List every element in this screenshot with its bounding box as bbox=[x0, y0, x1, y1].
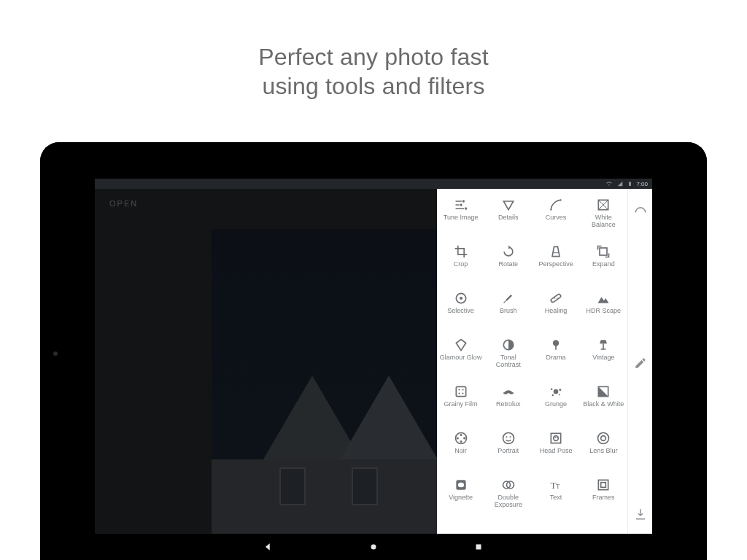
tool-drama[interactable]: Drama bbox=[533, 333, 580, 380]
tool-double-exposure[interactable]: Double Exposure bbox=[484, 473, 532, 520]
reel-icon bbox=[454, 431, 468, 446]
tool-healing[interactable]: Healing bbox=[533, 287, 580, 333]
svg-rect-1 bbox=[476, 545, 481, 550]
promo-headline: Perfect any photo fast using tools and f… bbox=[0, 42, 747, 101]
svg-point-0 bbox=[371, 545, 376, 550]
tool-glamour-glow[interactable]: Glamour Glow bbox=[437, 333, 484, 380]
tool-hdr-scape[interactable]: HDR Scape bbox=[580, 287, 627, 333]
moustache-icon bbox=[501, 384, 516, 399]
tool-retrolux[interactable]: Retrolux bbox=[484, 380, 532, 427]
sliders-icon bbox=[454, 198, 468, 212]
tool-crop[interactable]: Crop bbox=[437, 240, 484, 287]
blur-icon bbox=[596, 431, 611, 446]
splatter-icon bbox=[549, 384, 563, 399]
tree-icon bbox=[549, 338, 563, 352]
tool-label: Details bbox=[498, 214, 519, 222]
tools-panel: Tune ImageDetailsCurvesWhite BalanceCrop… bbox=[437, 189, 652, 534]
export-icon[interactable] bbox=[634, 508, 647, 521]
tool-label: Perspective bbox=[539, 261, 573, 268]
tool-vintage[interactable]: Vintage bbox=[580, 333, 627, 380]
tool-grainy-film[interactable]: Grainy Film bbox=[437, 380, 484, 427]
tool-label: Rotate bbox=[499, 261, 519, 268]
tool-label: Healing bbox=[545, 308, 568, 315]
tool-label: Text bbox=[550, 494, 562, 502]
tool-label: Tune Image bbox=[444, 214, 479, 222]
tablet-screen: 7:00 OPEN Tune ImageDetailsCurvesWhi bbox=[95, 179, 652, 560]
status-time: 7:00 bbox=[636, 181, 648, 187]
headline-line2: using tools and filters bbox=[0, 71, 747, 101]
vignette-icon bbox=[454, 478, 468, 492]
side-rail bbox=[627, 189, 652, 534]
editor-canvas-area: OPEN bbox=[95, 189, 437, 534]
signal-icon bbox=[616, 181, 624, 187]
tool-selective[interactable]: Selective bbox=[437, 287, 484, 333]
battery-icon bbox=[627, 180, 632, 187]
text-icon bbox=[549, 478, 563, 492]
android-nav-bar bbox=[95, 534, 652, 560]
tool-label: Frames bbox=[592, 494, 615, 502]
nav-home-button[interactable] bbox=[368, 542, 379, 552]
tool-curves[interactable]: Curves bbox=[533, 193, 580, 240]
nav-recents-button[interactable] bbox=[473, 542, 484, 552]
photo-preview[interactable] bbox=[212, 229, 437, 534]
looks-icon[interactable] bbox=[634, 205, 647, 218]
tool-label: Grunge bbox=[545, 401, 567, 408]
tool-label: Retrolux bbox=[496, 401, 521, 408]
tool-label: Expand bbox=[592, 261, 615, 268]
bw-square-icon bbox=[596, 384, 611, 399]
open-button[interactable]: OPEN bbox=[109, 199, 138, 208]
head-pose-icon bbox=[549, 431, 563, 446]
tool-label: Grainy Film bbox=[444, 401, 478, 408]
tool-label: Lens Blur bbox=[589, 448, 617, 455]
tool-perspective[interactable]: Perspective bbox=[533, 240, 580, 287]
tool-portrait[interactable]: Portrait bbox=[484, 427, 532, 473]
tool-frames[interactable]: Frames bbox=[580, 473, 627, 520]
nav-back-button[interactable] bbox=[263, 542, 274, 552]
tool-label: Tonal Contrast bbox=[487, 354, 530, 369]
tablet-camera bbox=[53, 351, 58, 356]
tool-label: Black & White bbox=[583, 401, 624, 408]
tool-label: Head Pose bbox=[540, 448, 573, 455]
pencil-icon[interactable] bbox=[634, 357, 647, 370]
tool-label: Double Exposure bbox=[487, 494, 530, 509]
tool-label: Vignette bbox=[449, 494, 473, 502]
tool-tonal-contrast[interactable]: Tonal Contrast bbox=[484, 333, 532, 380]
bandage-icon bbox=[549, 291, 563, 306]
wb-icon bbox=[596, 198, 611, 212]
perspective-icon bbox=[549, 244, 563, 259]
tool-grunge[interactable]: Grunge bbox=[533, 380, 580, 427]
frames-icon bbox=[596, 478, 611, 492]
target-icon bbox=[454, 291, 468, 306]
tablet-frame: 7:00 OPEN Tune ImageDetailsCurvesWhi bbox=[40, 142, 707, 560]
tool-white-balance[interactable]: White Balance bbox=[580, 193, 627, 240]
wifi-icon bbox=[605, 181, 613, 187]
tool-details[interactable]: Details bbox=[484, 193, 532, 240]
rotate-icon bbox=[501, 244, 516, 259]
tool-noir[interactable]: Noir bbox=[437, 427, 484, 473]
expand-icon bbox=[596, 244, 611, 259]
tool-lens-blur[interactable]: Lens Blur bbox=[580, 427, 627, 473]
curve-icon bbox=[549, 198, 563, 212]
tool-black-white[interactable]: Black & White bbox=[580, 380, 627, 427]
brush-icon bbox=[501, 291, 516, 306]
tool-vignette[interactable]: Vignette bbox=[437, 473, 484, 520]
headline-line1: Perfect any photo fast bbox=[0, 42, 747, 71]
tool-text[interactable]: Text bbox=[533, 473, 580, 520]
tool-label: White Balance bbox=[582, 214, 624, 229]
tool-label: HDR Scape bbox=[587, 308, 622, 315]
lamp-icon bbox=[596, 338, 611, 352]
tool-label: Vintage bbox=[592, 354, 614, 362]
tool-label: Curves bbox=[546, 214, 567, 222]
tool-brush[interactable]: Brush bbox=[484, 287, 532, 333]
tool-head-pose[interactable]: Head Pose bbox=[533, 427, 580, 473]
tool-label: Brush bbox=[500, 308, 517, 315]
tool-label: Crop bbox=[454, 261, 468, 268]
film-icon bbox=[454, 384, 468, 399]
diamond-icon bbox=[454, 338, 468, 352]
tools-grid: Tune ImageDetailsCurvesWhite BalanceCrop… bbox=[437, 189, 627, 534]
tool-expand[interactable]: Expand bbox=[580, 240, 627, 287]
tool-tune-image[interactable]: Tune Image bbox=[437, 193, 484, 240]
tool-rotate[interactable]: Rotate bbox=[484, 240, 532, 287]
app-content: OPEN Tune ImageDetailsCurvesWhite Balanc… bbox=[95, 189, 652, 534]
tool-label: Selective bbox=[447, 308, 474, 315]
